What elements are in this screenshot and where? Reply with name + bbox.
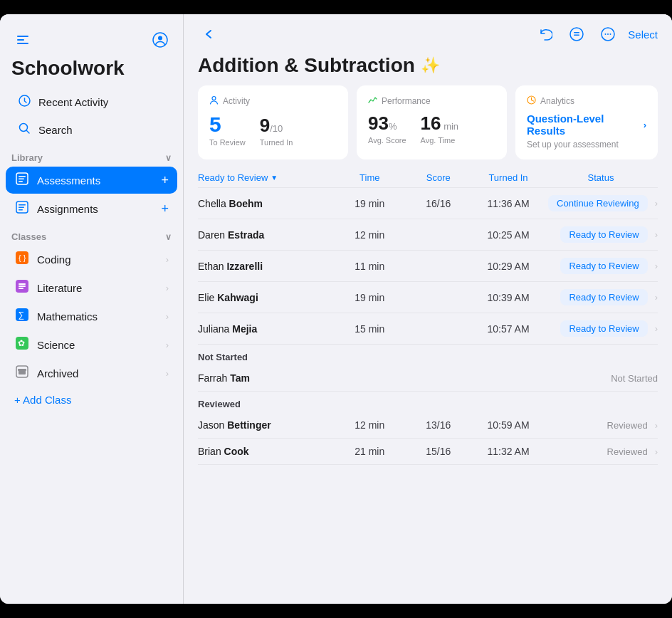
student-name-elie-kahwagi: Elie Kahwagi: [198, 292, 335, 303]
svg-rect-29: [574, 32, 579, 33]
col-header-ready-to-review[interactable]: Ready to Review ▼: [198, 172, 335, 183]
row-chevron-icon: ›: [655, 323, 658, 334]
cell-turned-in: 11:36 AM: [473, 198, 544, 209]
undo-button[interactable]: [534, 23, 557, 46]
status-badge-ready-to-review[interactable]: Ready to Review: [560, 289, 647, 305]
student-name-ethan-izzarelli: Ethan Izzarelli: [198, 261, 335, 272]
cell-time: 21 min: [335, 446, 404, 457]
table-row[interactable]: Jason Bettinger 12 min 13/16 10:59 AM Re…: [198, 412, 658, 439]
cell-turned-in: 10:59 AM: [473, 419, 544, 431]
cell-score: 16/16: [404, 198, 473, 209]
table-row[interactable]: Ethan Izzarelli 11 min 10:29 AM Ready to…: [198, 251, 658, 282]
to-review-label: To Review: [209, 138, 246, 147]
sidebar-item-literature[interactable]: Literature ›: [6, 274, 177, 301]
status-badge-continue-reviewing[interactable]: Continue Reviewing: [548, 195, 648, 211]
sidebar-item-mathematics[interactable]: ∑ Mathematics ›: [6, 303, 177, 330]
cell-status-not-started: Not Started: [544, 373, 658, 384]
sidebar-item-coding[interactable]: { } Coding ›: [6, 246, 177, 273]
table-row[interactable]: Brian Cook 21 min 15/16 11:32 AM Reviewe…: [198, 439, 658, 465]
science-icon: ✿: [14, 337, 30, 352]
table-row[interactable]: Juliana Mejia 15 min 10:57 AM Ready to R…: [198, 313, 658, 345]
student-name-brian-cook: Brian Cook: [198, 446, 335, 457]
cell-turned-in: 10:57 AM: [473, 323, 544, 335]
col-header-score[interactable]: Score: [404, 172, 473, 183]
cell-status-ready[interactable]: Ready to Review ›: [544, 226, 658, 243]
cell-status-ready[interactable]: Ready to Review ›: [544, 320, 658, 337]
cell-turned-in: 10:25 AM: [473, 229, 544, 241]
activity-card-header: Activity: [209, 95, 337, 107]
cell-status-continue[interactable]: Continue Reviewing ›: [544, 195, 658, 211]
avg-score-value: 93%: [368, 112, 406, 135]
activity-stats: 5 To Review 9/10 Turned In: [209, 112, 337, 147]
svg-rect-13: [19, 207, 24, 209]
row-chevron-icon: ›: [655, 261, 658, 271]
svg-point-34: [610, 33, 611, 35]
to-review-value: 5: [209, 112, 246, 137]
cell-status-ready[interactable]: Ready to Review ›: [544, 258, 658, 274]
activity-card: Activity 5 To Review 9/10 Turned In: [198, 85, 348, 159]
coding-icon: { }: [14, 251, 30, 267]
cell-time: 12 min: [335, 229, 404, 241]
svg-rect-10: [19, 181, 23, 182]
col-header-turned-in[interactable]: Turned In: [473, 172, 544, 183]
analytics-card[interactable]: Analytics Question-Level Results › Set u…: [515, 85, 658, 159]
svg-point-32: [605, 33, 607, 35]
analytics-header-label: Analytics: [540, 96, 574, 106]
app-title: Schoolwork: [0, 54, 183, 88]
mathematics-label: Mathematics: [37, 310, 98, 323]
performance-label: Performance: [382, 96, 431, 106]
status-badge-ready-to-review[interactable]: Ready to Review: [560, 320, 647, 337]
svg-rect-30: [574, 35, 579, 36]
add-assessment-button[interactable]: +: [161, 173, 169, 188]
cell-status-ready[interactable]: Ready to Review ›: [544, 289, 658, 305]
top-bar-right: Select: [534, 23, 658, 46]
sidebar-item-archived[interactable]: Archived ›: [6, 360, 177, 387]
profile-button[interactable]: [149, 28, 172, 51]
more-options-button[interactable]: [597, 23, 619, 46]
cell-status-reviewed[interactable]: Reviewed ›: [544, 420, 658, 431]
cell-status-reviewed[interactable]: Reviewed ›: [544, 446, 658, 457]
turned-in-stat: 9/10 Turned In: [260, 115, 293, 147]
row-chevron-icon: ›: [655, 229, 658, 240]
list-options-button[interactable]: [565, 23, 588, 46]
sidebar-toggle-button[interactable]: [11, 28, 34, 51]
to-review-stat: 5 To Review: [209, 112, 246, 147]
sidebar-top: [0, 23, 183, 54]
table-row[interactable]: Chella Boehm 19 min 16/16 11:36 AM Conti…: [198, 188, 658, 219]
back-button[interactable]: [198, 23, 221, 46]
recent-activity-label: Recent Activity: [38, 96, 108, 108]
avg-time-label: Avg. Time: [421, 136, 458, 145]
add-assignment-button[interactable]: +: [161, 201, 169, 216]
svg-rect-8: [19, 176, 26, 177]
cell-score: 13/16: [404, 419, 473, 431]
sidebar-item-assignments[interactable]: Assignments +: [6, 195, 177, 222]
table-row[interactable]: Elie Kahwagi 19 min 10:39 AM Ready to Re…: [198, 282, 658, 313]
svg-point-4: [158, 36, 162, 41]
sidebar-item-assessments[interactable]: Assessments +: [6, 167, 177, 194]
col-header-time[interactable]: Time: [335, 172, 404, 183]
status-badge-ready-to-review[interactable]: Ready to Review: [560, 226, 647, 243]
main-content: Select Addition & Subtraction ✨ Activity…: [184, 14, 672, 604]
student-table: Ready to Review ▼ Time Score Turned In S…: [184, 168, 672, 604]
student-name-chella-boehm: Chella Boehm: [198, 198, 335, 209]
svg-rect-27: [18, 369, 26, 371]
table-row[interactable]: Farrah Tam Not Started: [198, 365, 658, 392]
add-class-button[interactable]: + Add Class: [6, 388, 177, 412]
top-bar: Select: [184, 14, 672, 51]
section-header-reviewed: Reviewed: [198, 392, 658, 412]
cell-turned-in: 11:32 AM: [473, 446, 544, 457]
col-header-status: Status: [544, 172, 658, 183]
table-row[interactable]: Daren Estrada 12 min 10:25 AM Ready to R…: [198, 219, 658, 251]
sidebar-item-science[interactable]: ✿ Science ›: [6, 331, 177, 358]
sidebar-item-search[interactable]: Search: [6, 117, 177, 143]
assessments-icon: [14, 172, 30, 188]
clock-icon: [17, 95, 31, 110]
sidebar-item-recent-activity[interactable]: Recent Activity: [6, 89, 177, 115]
row-chevron-icon: ›: [655, 420, 658, 431]
svg-point-28: [570, 28, 583, 41]
cell-score: 15/16: [404, 446, 473, 457]
svg-rect-2: [17, 43, 28, 44]
status-badge-ready-to-review[interactable]: Ready to Review: [560, 258, 647, 274]
table-header: Ready to Review ▼ Time Score Turned In S…: [198, 168, 658, 188]
select-button[interactable]: Select: [628, 28, 658, 41]
